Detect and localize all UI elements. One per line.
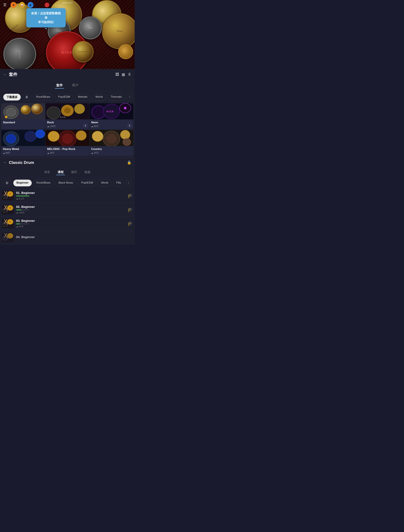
svg-text:KICK: KICK <box>107 110 114 113</box>
kit-card-neon[interactable]: KICK Neon ☁90万 ⬇ <box>90 103 133 129</box>
filter-pop-edm[interactable]: Pop/EDM <box>55 94 73 101</box>
lesson-item-02[interactable]: 🎓 02. Beginner ☁146万 🎓 <box>2 203 133 217</box>
kits-back-button[interactable]: ← <box>3 72 7 77</box>
welcome-tooltip[interactable]: 欢迎！点这里获取教程来 学习如何玩! <box>26 8 66 27</box>
lesson-01-action[interactable]: 🎓 <box>128 193 133 198</box>
tab-course[interactable]: 课程 <box>56 170 65 175</box>
lesson-item-03[interactable]: 🎓 03. Beginner ☁67万 🎓 <box>2 217 133 231</box>
classic-drum-header: ← Classic Drum 🔒 <box>0 157 135 167</box>
tab-song[interactable]: 歌曲 <box>83 170 92 175</box>
svg-point-31 <box>106 134 117 144</box>
classic-filter-fills[interactable]: Fills <box>113 180 124 186</box>
svg-point-38 <box>9 193 11 195</box>
svg-point-3 <box>21 105 31 114</box>
kit-card-melodic[interactable]: MELODIC - Pop Rock ☁28万 <box>45 130 89 156</box>
tab-recording[interactable]: 录音 <box>43 170 51 175</box>
filter-thematic[interactable]: Thematic <box>107 94 125 101</box>
svg-point-34 <box>123 139 131 146</box>
kit-melodic-name: MELODIC - Pop Rock <box>47 147 88 151</box>
settings-icon[interactable]: ⚙ <box>11 2 16 8</box>
lesson-04-thumbnail <box>2 233 14 242</box>
lesson-03-info: 03. Beginner ☁67万 <box>16 219 125 228</box>
lesson-01-info: 01. Beginner ☁6.1万 <box>16 191 125 200</box>
classic-tabs: 录音 课程 循环 歌曲 <box>0 167 135 177</box>
filter-new[interactable]: 新 <box>22 94 31 101</box>
record-icon[interactable] <box>45 3 49 7</box>
kit-card-heavy-metal[interactable]: Heavy Metal ☁89万 <box>1 130 45 156</box>
lesson-01-thumbnail: 🎓 <box>2 191 14 201</box>
kit-rock-image: KICK <box>45 103 89 120</box>
classic-filter-new[interactable]: 新 <box>3 180 12 186</box>
image-icon[interactable]: 🖼 <box>115 72 119 77</box>
lesson-badge: 🎓 <box>3 197 6 200</box>
kit-melodic-image <box>45 130 89 146</box>
drum-icon[interactable]: 🥁 <box>19 2 25 8</box>
lesson-02-progress-bar <box>16 209 29 210</box>
kit-neon-info: Neon ☁90万 <box>90 120 133 129</box>
menu-icon[interactable]: ☰ <box>2 2 8 8</box>
svg-point-21 <box>6 134 16 143</box>
filter-rock-blues[interactable]: Rock/Blues <box>33 94 53 101</box>
lesson-02-thumbnail: 🎓 <box>2 205 14 215</box>
kit-country-image <box>90 130 133 146</box>
filter-melodic[interactable]: Melodic <box>75 94 91 101</box>
lesson-01-progress-bar <box>16 196 29 196</box>
kit-melodic-downloads: ☁28万 <box>47 151 88 154</box>
classic-filter-black-music[interactable]: Black Music <box>55 180 77 186</box>
kits-panel-title: 套件 <box>9 72 115 77</box>
filter-most-downloaded[interactable]: 下载最多 <box>3 94 21 101</box>
svg-point-18 <box>124 107 127 109</box>
lesson-03-title: 03. Beginner <box>16 219 125 223</box>
classic-back-button[interactable]: ← <box>3 160 7 165</box>
lesson-02-info: 02. Beginner ☁146万 <box>16 205 125 214</box>
kit-card-rock[interactable]: KICK Rock ☁118万 ⬇ <box>45 103 89 129</box>
kit-neon-name: Neon <box>91 121 132 124</box>
top-navigation: ☰ ⚙ 🥁 ▶ <box>2 2 49 8</box>
svg-point-32 <box>92 131 103 142</box>
kit-rock-info: Rock ☁118万 <box>45 120 89 129</box>
lesson-03-downloads: ☁67万 <box>16 225 125 228</box>
sliders-icon[interactable]: 🎚 <box>128 72 131 77</box>
svg-point-55 <box>7 233 13 238</box>
kit-country-downloads: ☁25万 <box>91 151 132 154</box>
kit-neon-image: KICK <box>90 103 133 120</box>
kit-neon-download-btn[interactable]: ⬇ <box>127 123 132 128</box>
kits-filter-row: 下载最多 新 Rock/Blues Pop/EDM Melodic World … <box>0 91 135 103</box>
lesson-01-title: 01. Beginner <box>16 191 125 195</box>
kit-rock-downloads: ☁118万 <box>47 125 88 128</box>
kits-tabs: 套件 用户 <box>0 80 135 91</box>
lesson-item-01[interactable]: 🎓 01. Beginner ☁6.1万 🎓 <box>2 189 133 203</box>
lesson-04-title: 04. Beginner <box>16 235 133 239</box>
tab-loop[interactable]: 循环 <box>70 170 78 175</box>
classic-filter-rock-blues[interactable]: Rock/Blues <box>33 180 54 186</box>
classic-filter-more[interactable]: › <box>126 180 131 186</box>
lesson-02-badge: 🎓 <box>3 211 6 214</box>
kit-card-country[interactable]: Country ☁25万 <box>90 130 133 156</box>
play-icon[interactable]: ▶ <box>28 2 33 8</box>
kit-heavy-image <box>1 130 45 146</box>
grid-icon[interactable]: ▦ <box>122 72 125 77</box>
classic-filter-world[interactable]: World <box>98 180 111 186</box>
tab-users[interactable]: 用户 <box>71 82 80 89</box>
welcome-text: 欢迎！点这里获取教程来 学习如何玩! <box>31 12 61 24</box>
kit-heavy-downloads: ☁89万 <box>3 151 44 154</box>
lesson-item-04[interactable]: 04. Beginner <box>2 231 133 245</box>
kit-card-standard[interactable]: Standard <box>1 103 45 129</box>
classic-filter-beginner[interactable]: Beginner <box>13 180 32 186</box>
lock-icon: 🔒 <box>127 160 131 165</box>
lesson-02-action[interactable]: 🎓 <box>128 207 133 212</box>
lesson-03-badge: 🎓 <box>3 225 6 228</box>
svg-point-26 <box>62 133 73 144</box>
tab-kits[interactable]: 套件 <box>55 82 64 89</box>
classic-filter-pop-edm[interactable]: Pop/EDM <box>78 180 96 186</box>
spacer <box>36 2 42 8</box>
drum-set-display: CRASH CRASH CRASH RIDE TOM TOM SNARE KIC… <box>0 0 135 69</box>
filter-more-button[interactable]: › <box>127 94 132 101</box>
kit-standard-name: Standard <box>3 121 44 124</box>
classic-filter-row: 新 Beginner Rock/Blues Black Music Pop/ED… <box>0 177 135 189</box>
svg-point-4 <box>31 104 43 114</box>
lesson-03-action[interactable]: 🎓 <box>128 221 133 226</box>
filter-world-kits[interactable]: World <box>92 94 106 101</box>
kit-melodic-info: MELODIC - Pop Rock ☁28万 <box>45 146 89 156</box>
kits-panel-header: ← 套件 🖼 ▦ 🎚 <box>0 69 135 80</box>
